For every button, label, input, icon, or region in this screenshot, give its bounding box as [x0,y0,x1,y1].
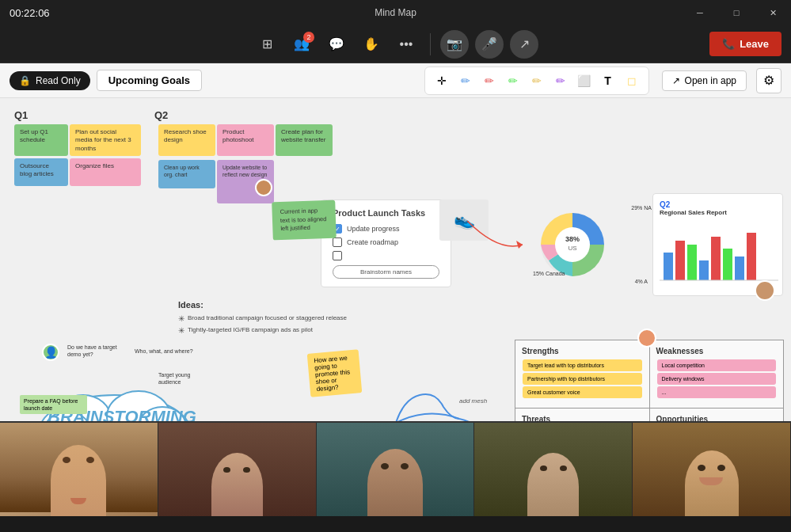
sticky-note: Clean up work org. chart [158,160,215,188]
video-tile-1 [0,423,158,516]
person-face-1 [0,423,158,516]
camera-button[interactable]: 📷 [440,30,469,59]
meeting-timer: 00:22:06 [10,7,50,19]
chat-button[interactable]: 💬 [322,30,351,59]
brainstorm-names-btn[interactable]: Brainstorm names [333,265,439,279]
task-item: ✓ Update progress [333,224,439,234]
open-in-app-button[interactable]: ↗ Open in app [662,70,747,91]
app-toolbar: 🔒 Read Only Upcoming Goals ✛ ✏ ✏ ✏ ✏ ✏ ⬜… [0,63,791,98]
sticky-note: Product photoshoot [217,124,274,156]
strengths-header: Strengths [522,347,643,355]
tasks-title: Product Launch Tasks [333,208,439,218]
mic-button[interactable]: 🎤 [475,30,504,59]
svg-rect-10 [723,249,732,280]
lock-icon: 🔒 [19,75,31,86]
more-button[interactable]: ••• [392,30,420,59]
share-button[interactable]: ↗ [510,30,538,59]
svg-text:38%: 38% [565,235,580,243]
task-label: Create roadmap [347,238,398,246]
weaknesses-cell: Weaknesses Local competition Delivery wi… [650,340,784,408]
idea-item: ✳ Broad traditional campaign focused or … [178,314,347,323]
title-bar: 00:22:06 Mind Map ─ □ ✕ [0,0,791,25]
star-icon: ✳ [178,326,184,335]
sticky-note: Create plan for website transfer [276,124,333,156]
video-strip [0,421,791,516]
weaknesses-header: Weaknesses [656,347,778,355]
sticky-note: Outsource blog articles [14,158,68,186]
meeting-bar: ⊞ 👥 2 💬 ✋ ••• 📷 🎤 ↗ 📞 Leave [0,25,791,63]
whiteboard-canvas[interactable]: Q1 Q2 Set up Q1 schedule Plan out social… [0,98,791,421]
threats-cell: Threats Price reliability It's only succ… [515,408,649,421]
leave-button[interactable]: 📞 Leave [709,32,781,56]
gear-icon: ⚙ [763,73,774,88]
participants-button[interactable]: 👥 2 [287,30,316,59]
sticky-note: Organize files [70,158,141,186]
opportunities-cell: Opportunities Regional influencers Local… [650,408,784,421]
avatar [255,179,272,196]
svg-rect-12 [747,233,756,280]
sticky-note: Plan out social media for the next 3 mon… [70,124,141,156]
window-controls: ─ □ ✕ [682,0,791,25]
video-tile-4 [474,423,633,516]
text-tool[interactable]: T [598,70,618,91]
q2-label: Q2 [154,109,168,121]
checkbox[interactable] [333,238,342,247]
q1-label: Q1 [14,109,28,121]
grid-button[interactable]: ⊞ [253,30,281,59]
swot-grid: Strengths Target lead with top distribut… [515,340,784,421]
arrow-decoration [467,221,531,260]
video-tile-3 [317,423,475,516]
task-label: Update progress [347,225,400,233]
opportunities-header: Opportunities [656,415,778,421]
pen-tool-2[interactable]: ✏ [479,70,500,91]
star-icon: ✳ [178,314,184,323]
svg-rect-5 [664,253,673,280]
checkbox[interactable] [333,251,342,260]
svg-marker-4 [516,241,523,249]
green-sticky-note: Current in app text is too aligned left … [272,200,337,240]
ideas-title: Ideas: [178,300,347,310]
cursor-tool[interactable]: ✛ [432,70,452,91]
ideas-section: Ideas: ✳ Broad traditional campaign focu… [178,300,347,338]
hand-button[interactable]: ✋ [357,30,386,59]
pen-tool-1[interactable]: ✏ [455,70,476,91]
pen-tool-4[interactable]: ✏ [527,70,547,91]
phone-icon: 📞 [722,38,735,50]
svg-rect-8 [699,260,709,280]
svg-rect-7 [687,245,697,280]
minimize-button[interactable]: ─ [682,0,718,25]
tasks-panel: Product Launch Tasks ✓ Update progress C… [321,200,451,287]
idea-item: ✳ Tightly-targeted IG/FB campaign ads as… [178,326,347,335]
chart-title: Regional Sales Report [660,209,776,216]
external-link-icon: ↗ [672,75,680,86]
video-tile-2 [158,423,317,516]
tool-group: ✛ ✏ ✏ ✏ ✏ ✏ ⬜ T ◻ [424,66,649,95]
avatar-2 [755,280,775,301]
sticky-note: Research shoe design [158,124,215,156]
sticky-tool[interactable]: ◻ [622,70,642,91]
svg-rect-9 [711,237,721,280]
svg-text:US: US [568,245,576,252]
pen-tool-5[interactable]: ✏ [550,70,571,91]
canvas-tab[interactable]: Upcoming Goals [97,70,202,91]
sticky-note: Set up Q1 schedule [14,124,68,156]
maximize-button[interactable]: □ [718,0,755,25]
video-tile-5 [633,423,791,516]
read-only-button[interactable]: 🔒 Read Only [10,71,90,90]
threats-header: Threats [522,415,643,421]
swot-matrix: Strengths Target lead with top distribut… [515,340,784,421]
brainstorm-section: BRAINSTORMING Do we have a target demo y… [20,344,210,421]
add-mesh-label: add mesh [459,397,487,405]
task-item: Create roadmap [333,238,439,247]
settings-button[interactable]: ⚙ [756,68,781,93]
pen-tool-3[interactable]: ✏ [503,70,523,91]
task-item [333,251,439,260]
notification-badge: 2 [303,32,314,43]
app-title: Mind Map [375,7,416,18]
svg-rect-11 [735,256,744,280]
svg-rect-6 [675,241,685,280]
eraser-tool[interactable]: ⬜ [574,70,595,91]
idea-text: Broad traditional campaign focused or st… [188,314,347,321]
close-button[interactable]: ✕ [755,0,791,25]
pie-chart: 38% US 29% NA 15% Canada 4% A [529,201,616,288]
